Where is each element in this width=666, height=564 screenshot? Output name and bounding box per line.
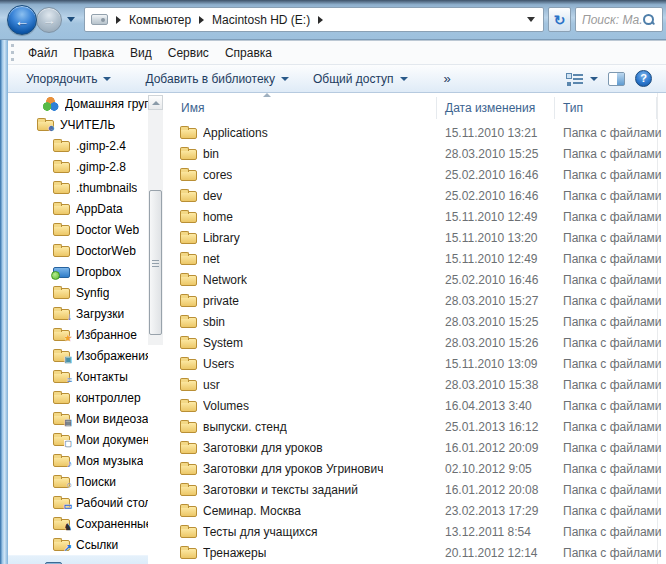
sidebar-item[interactable]: Поиски — [8, 471, 148, 492]
search-input[interactable] — [582, 13, 642, 27]
file-name: Users — [203, 357, 234, 371]
breadcrumb: Компьютер Macintosh HD (E:) — [108, 13, 310, 27]
scrollbar-thumb[interactable] — [149, 190, 162, 335]
sidebar-item-label: Контакты — [76, 370, 128, 384]
sidebar-item[interactable]: AppData — [8, 198, 148, 219]
organize-button[interactable]: Упорядочить — [26, 72, 111, 86]
file-row[interactable]: Заготовки для уроков 16.01.2012 20:09 Па… — [163, 437, 666, 458]
breadcrumb-item[interactable]: Компьютер — [129, 13, 191, 27]
breadcrumb-separator-icon[interactable] — [318, 16, 323, 24]
sidebar-item-label: DoctorWeb — [76, 244, 136, 258]
menu-item[interactable]: Файл — [20, 43, 66, 63]
toolbar-overflow-button[interactable]: » — [444, 71, 451, 86]
file-name: home — [203, 210, 233, 224]
change-view-button[interactable] — [566, 72, 598, 86]
file-row[interactable]: Тренажеры 20.11.2012 12:14 Папка с файла… — [163, 542, 666, 563]
folder-icon — [180, 275, 197, 286]
column-header-type[interactable]: Тип — [555, 97, 657, 119]
sidebar-item[interactable]: УЧИТЕЛЬ — [8, 114, 148, 135]
content-area: Домашняя груп УЧИТЕЛЬ .gimp-2.4 .gimp-2.… — [8, 93, 666, 564]
file-row[interactable]: System 28.03.2010 15:26 Папка с файлами — [163, 332, 666, 353]
sidebar-item[interactable]: Ссылки — [8, 534, 148, 555]
file-row[interactable]: Заготовки для уроков Угринович 02.10.201… — [163, 458, 666, 479]
menu-item[interactable]: Сервис — [160, 43, 217, 63]
sidebar-item[interactable] — [8, 555, 148, 564]
sidebar-item[interactable]: .gimp-2.8 — [8, 156, 148, 177]
folder-icon — [180, 401, 197, 412]
menu-item[interactable]: Справка — [217, 43, 280, 63]
file-type: Папка с файлами — [555, 336, 657, 350]
breadcrumb-item[interactable]: Macintosh HD (E:) — [212, 13, 310, 27]
folder-icon — [180, 527, 197, 538]
sidebar-item[interactable]: Synfig — [8, 282, 148, 303]
file-row[interactable]: Library 15.11.2010 13:20 Папка с файлами — [163, 227, 666, 248]
file-type: Папка с файлами — [555, 168, 657, 182]
videos-folder-icon — [53, 414, 70, 425]
file-row[interactable]: home 15.11.2010 12:49 Папка с файлами — [163, 206, 666, 227]
file-row[interactable]: Заготовки и тексты заданий 16.01.2012 20… — [163, 479, 666, 500]
forward-button[interactable]: → — [36, 7, 62, 33]
folder-icon — [180, 233, 197, 244]
file-name: dev — [203, 189, 222, 203]
sidebar-item[interactable]: DoctorWeb — [8, 240, 148, 261]
address-dropdown-icon[interactable] — [527, 17, 535, 22]
navigation-bar: ← → Компьютер Macintosh HD (E:) — [0, 0, 666, 40]
sidebar-item[interactable]: контроллер — [8, 387, 148, 408]
sidebar-item[interactable]: Домашняя груп — [8, 93, 148, 114]
file-row[interactable]: private 28.03.2010 15:27 Папка с файлами — [163, 290, 666, 311]
file-row[interactable]: sbin 28.03.2010 15:25 Папка с файлами — [163, 311, 666, 332]
sidebar-item[interactable]: Мои видеозап — [8, 408, 148, 429]
file-date: 13.12.2011 8:54 — [437, 525, 555, 539]
menu-item[interactable]: Правка — [66, 43, 123, 63]
help-button[interactable]: ? — [635, 70, 652, 87]
file-row[interactable]: Volumes 16.04.2013 3:40 Папка с файлами — [163, 395, 666, 416]
share-button[interactable]: Общий доступ — [313, 72, 408, 86]
back-button[interactable]: ← — [7, 5, 37, 35]
sidebar-item[interactable]: Контакты — [8, 366, 148, 387]
sidebar-item[interactable]: Моя музыка — [8, 450, 148, 471]
column-header-date[interactable]: Дата изменения — [437, 97, 555, 119]
sidebar-item[interactable]: Рабочий стол — [8, 492, 148, 513]
file-row[interactable]: выпуски. стенд 25.01.2013 16:12 Папка с … — [163, 416, 666, 437]
file-row[interactable]: usr 28.03.2010 15:38 Папка с файлами — [163, 374, 666, 395]
sidebar-item[interactable]: Сохраненные — [8, 513, 148, 534]
file-row[interactable]: Users 15.11.2010 13:09 Папка с файлами — [163, 353, 666, 374]
folder-icon — [180, 296, 197, 307]
preview-pane-button[interactable] — [608, 72, 625, 86]
sidebar-item-label: Поиски — [76, 475, 116, 489]
column-header-name[interactable]: Имя — [163, 97, 437, 119]
search-box[interactable] — [575, 7, 663, 32]
file-row[interactable]: Applications 15.11.2010 13:21 Папка с фа… — [163, 122, 666, 143]
add-to-library-button[interactable]: Добавить в библиотеку — [145, 72, 289, 86]
sidebar-item[interactable]: .gimp-2.4 — [8, 135, 148, 156]
sidebar-item[interactable]: Dropbox — [8, 261, 148, 282]
file-row[interactable]: Семинар. Москва 23.02.2013 17:29 Папка с… — [163, 500, 666, 521]
file-name: Applications — [203, 126, 268, 140]
file-row[interactable]: Тесты для учащихся 13.12.2011 8:54 Папка… — [163, 521, 666, 542]
sidebar-item[interactable]: Избранное — [8, 324, 148, 345]
file-row[interactable]: bin 28.03.2010 15:25 Папка с файлами — [163, 143, 666, 164]
chevron-down-icon — [590, 77, 598, 81]
address-bar[interactable]: Компьютер Macintosh HD (E:) — [84, 7, 544, 32]
file-date: 28.03.2010 15:26 — [437, 336, 555, 350]
sidebar-item[interactable]: .thumbnails — [8, 177, 148, 198]
file-row[interactable]: cores 25.02.2010 16:46 Папка с файлами — [163, 164, 666, 185]
file-type: Папка с файлами — [555, 504, 657, 518]
file-name-cell: home — [163, 210, 437, 224]
file-name-cell: bin — [163, 147, 437, 161]
sidebar-item[interactable]: Мои документ — [8, 429, 148, 450]
sidebar-item[interactable]: Загрузки — [8, 303, 148, 324]
sidebar-scrollbar[interactable] — [148, 95, 163, 345]
file-row[interactable]: net 15.11.2010 12:49 Папка с файлами — [163, 248, 666, 269]
share-label: Общий доступ — [313, 72, 394, 86]
sidebar-item[interactable]: Изображения — [8, 345, 148, 366]
scroll-up-button[interactable] — [148, 95, 163, 110]
refresh-button[interactable]: ↻ — [548, 7, 571, 32]
sidebar-item[interactable]: Doctor Web — [8, 219, 148, 240]
file-row[interactable]: Network 25.02.2010 16:46 Папка с файлами — [163, 269, 666, 290]
menu-item[interactable]: Вид — [122, 43, 160, 63]
file-name-cell: Заготовки для уроков — [163, 441, 437, 455]
file-row[interactable]: dev 25.02.2010 16:46 Папка с файлами — [163, 185, 666, 206]
recent-pages-chevron-icon[interactable] — [67, 17, 75, 22]
plain-folder-icon — [53, 246, 70, 257]
